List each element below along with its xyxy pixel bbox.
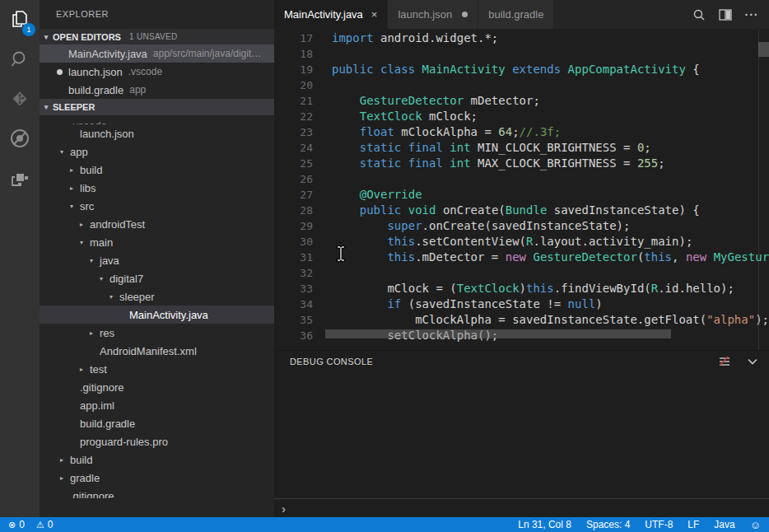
editor-tab[interactable]: launch.json xyxy=(388,0,478,29)
folder-section-label: SLEEPER xyxy=(53,102,95,112)
code-line[interactable]: 25 static final int MAX_CLOCK_BRIGHTNESS… xyxy=(274,156,769,171)
editor-tab[interactable]: build.gradle xyxy=(478,0,553,29)
chevron-down-icon[interactable]: ▾ xyxy=(70,203,80,210)
split-editor-icon[interactable] xyxy=(718,7,733,22)
tree-item[interactable]: ▸androidTest xyxy=(40,215,274,233)
chevron-right-icon[interactable]: ▸ xyxy=(80,366,90,373)
tree-item[interactable]: AndroidManifest.xml xyxy=(40,342,274,360)
editor-tab[interactable]: MainActivity.java× xyxy=(274,0,387,29)
tree-item[interactable]: ▸gradle xyxy=(40,469,274,487)
tree-item[interactable]: proguard-rules.pro xyxy=(40,432,274,450)
tree-item[interactable]: MainActivity.java xyxy=(40,306,274,324)
chevron-down-icon[interactable]: ▾ xyxy=(90,257,100,264)
tree-item[interactable]: ▾digital7 xyxy=(40,269,274,287)
code-line[interactable]: 27 @Override xyxy=(274,187,769,203)
chevron-right-icon[interactable]: ▸ xyxy=(90,329,100,337)
activity-item-debug[interactable] xyxy=(0,119,40,158)
chevron-right-icon[interactable]: ▸ xyxy=(80,221,90,228)
open-editor-item[interactable]: build.gradleapp xyxy=(40,81,274,99)
feedback-smiley-icon[interactable]: ☺ xyxy=(750,519,761,531)
tree-item[interactable]: ▸build xyxy=(40,161,274,179)
code-line[interactable]: 31 this.mDetector = new GestureDetector(… xyxy=(274,250,769,265)
tree-item[interactable]: ▾sleeper xyxy=(40,287,274,306)
chevron-down-icon[interactable]: ▾ xyxy=(60,148,70,156)
code-line[interactable]: 28 public void onCreate(Bundle savedInst… xyxy=(274,203,769,218)
code-line[interactable]: 20 xyxy=(274,77,769,93)
open-editors-header[interactable]: ▾ OPEN EDITORS 1 UNSAVED xyxy=(40,29,274,44)
code-line[interactable]: 17import android.widget.*; xyxy=(274,30,769,46)
eol[interactable]: LF xyxy=(687,519,699,530)
chevron-down-icon: ▾ xyxy=(40,33,53,41)
code-line[interactable]: 33 mClock = (TextClock)this.findViewById… xyxy=(274,281,769,296)
tree-item[interactable]: build.gradle xyxy=(40,414,274,432)
chevron-right-icon[interactable]: ▸ xyxy=(70,166,80,174)
tree-item[interactable]: ▾src xyxy=(40,197,274,215)
close-tab-icon[interactable]: × xyxy=(371,8,378,21)
code-line[interactable]: 29 super.onCreate(savedInstanceState); xyxy=(274,218,769,234)
open-editor-item[interactable]: MainActivity.javaapp/src/main/java/digit… xyxy=(40,44,274,63)
error-count[interactable]: ⊗ 0 xyxy=(8,519,25,530)
line-content: mClockAlpha = savedInstanceState.getFloa… xyxy=(313,312,769,328)
open-editor-item[interactable]: launch.json.vscode xyxy=(40,63,274,81)
activity-item-extensions[interactable] xyxy=(0,158,40,198)
chevron-down-icon[interactable]: ▾ xyxy=(110,293,119,301)
code-line[interactable]: 32 xyxy=(274,265,769,281)
line-number: 27 xyxy=(274,187,313,203)
tree-item[interactable]: ▾java xyxy=(40,251,274,269)
tree-item[interactable]: ▾app xyxy=(40,142,274,161)
chevron-down-icon[interactable]: ▾ xyxy=(100,275,110,282)
line-number: 35 xyxy=(274,312,313,328)
chevron-down-icon[interactable]: ▾ xyxy=(80,239,90,246)
chevron-right-icon[interactable]: ▸ xyxy=(60,474,70,482)
tree-item[interactable]: ▾.vscode xyxy=(40,115,274,124)
code-line[interactable]: 35 mClockAlpha = savedInstanceState.getF… xyxy=(274,312,769,328)
chevron-right-icon[interactable]: ▸ xyxy=(70,184,80,192)
activity-item-explorer[interactable]: 1 xyxy=(0,0,40,40)
cursor-position[interactable]: Ln 31, Col 8 xyxy=(518,519,571,530)
close-panel-chevron-icon[interactable] xyxy=(746,355,759,368)
code-line[interactable]: 21 GestureDetector mDetector; xyxy=(274,93,769,109)
line-content xyxy=(313,265,332,281)
code-line[interactable]: 18 xyxy=(274,46,769,62)
language-mode[interactable]: Java xyxy=(714,519,734,530)
horizontal-scrollbar[interactable] xyxy=(325,329,671,338)
line-number: 17 xyxy=(274,30,313,46)
line-number: 26 xyxy=(274,171,313,187)
tree-item[interactable]: ▸test xyxy=(40,360,274,378)
tree-item[interactable]: ▾main xyxy=(40,233,274,251)
code-line[interactable]: 30 this.setContentView(R.layout.activity… xyxy=(274,234,769,250)
tree-item[interactable]: ▸libs xyxy=(40,179,274,197)
tree-item[interactable]: .gitignore xyxy=(40,487,274,498)
debug-console-input[interactable]: › xyxy=(274,498,769,517)
tree-item-label: build xyxy=(70,454,92,466)
activity-item-search[interactable] xyxy=(0,40,40,79)
debug-console-panel: DEBUG CONSOLE xyxy=(274,350,769,517)
indentation[interactable]: Spaces: 4 xyxy=(586,519,630,530)
code-line[interactable]: 22 TextClock mClock; xyxy=(274,109,769,124)
tree-item-label: launch.json xyxy=(80,128,134,140)
tree-item[interactable]: .gitignore xyxy=(40,378,274,396)
code-line[interactable]: 24 static final int MIN_CLOCK_BRIGHTNESS… xyxy=(274,140,769,156)
tree-item[interactable]: ▸build xyxy=(40,450,274,469)
chevron-right-icon[interactable]: ▸ xyxy=(60,456,70,464)
vertical-scrollbar-track[interactable] xyxy=(758,29,769,350)
clear-console-icon[interactable] xyxy=(718,355,731,368)
code-line[interactable]: 23 float mClockAlpha = 64;//.3f; xyxy=(274,124,769,140)
warning-count[interactable]: ⚠ 0 xyxy=(36,519,54,530)
tree-item-label: java xyxy=(100,254,119,267)
tree-item-label: gradle xyxy=(70,472,100,484)
code-line[interactable]: 19public class MainActivity extends AppC… xyxy=(274,62,769,77)
encoding[interactable]: UTF-8 xyxy=(645,519,673,530)
tree-item[interactable]: launch.json xyxy=(40,124,274,142)
more-actions-icon[interactable]: ··· xyxy=(744,7,759,22)
unsaved-dot-icon xyxy=(57,69,63,75)
vertical-scrollbar-thumb[interactable] xyxy=(758,42,769,57)
open-preview-icon[interactable] xyxy=(692,7,706,22)
activity-item-source-control[interactable] xyxy=(0,79,40,119)
tree-item[interactable]: ▸res xyxy=(40,324,274,342)
code-editor[interactable]: 17import android.widget.*;1819public cla… xyxy=(274,29,769,350)
code-line[interactable]: 26 xyxy=(274,171,769,187)
tree-item[interactable]: app.iml xyxy=(40,396,274,414)
folder-section-header[interactable]: ▾ SLEEPER xyxy=(40,99,274,115)
code-line[interactable]: 34 if (savedInstanceState != null) xyxy=(274,296,769,312)
